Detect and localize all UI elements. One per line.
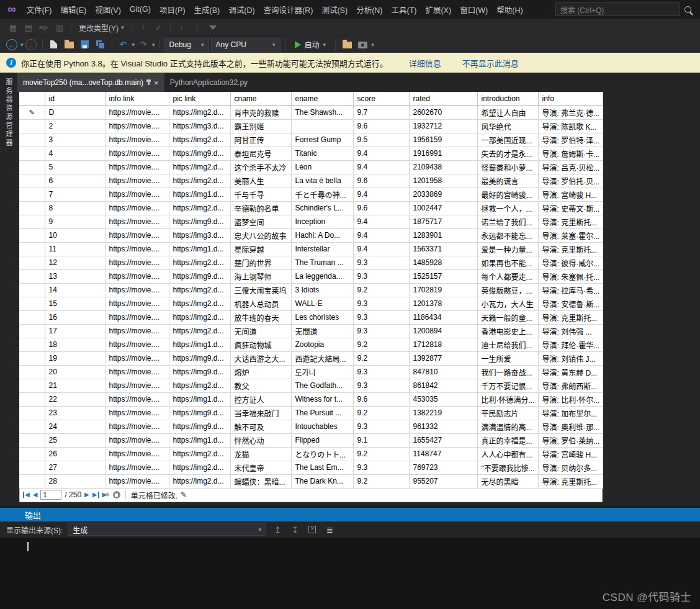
grid-cell[interactable]: 2033869 [409, 187, 477, 201]
menu-item[interactable]: 窗口(W) [455, 0, 492, 19]
current-record-input[interactable] [40, 490, 61, 500]
grid-cell[interactable]: 1392877 [409, 351, 477, 365]
grid-cell[interactable]: 9 [45, 215, 105, 228]
grid-cell[interactable]: 8 [45, 201, 105, 215]
grid-cell[interactable]: 6 [45, 174, 105, 187]
grid-cell[interactable]: 导演: 克里斯托... [538, 215, 603, 228]
grid-cell[interactable]: 导演: 拉库马·希... [538, 283, 603, 297]
grid-cell[interactable]: 导演: 克里斯托... [538, 474, 603, 488]
menu-item[interactable]: 文件(F) [22, 0, 56, 19]
grid-cell[interactable]: 1525157 [409, 269, 477, 283]
grid-cell[interactable]: 9.4 [353, 187, 409, 201]
grid-cell[interactable]: 比利·怀德满分... [477, 392, 538, 406]
grid-cell[interactable]: https://img9.d... [169, 365, 230, 379]
grid-cell[interactable]: https://movie.... [105, 461, 169, 474]
menu-item[interactable]: 编辑(E) [56, 0, 91, 19]
row-selector[interactable] [19, 256, 45, 269]
solution-configuration-combo[interactable]: Debug ▾ [164, 38, 209, 52]
grid-cell[interactable]: 西遊記大結局... [291, 351, 353, 365]
column-header-info-link[interactable]: info link [105, 92, 169, 106]
grid-cell[interactable]: https://img2.d... [169, 174, 230, 187]
grid-cell[interactable]: 2602670 [409, 106, 477, 119]
grid-cell[interactable]: https://movie.... [105, 392, 169, 406]
row-selector[interactable] [19, 242, 45, 256]
grid-cell[interactable]: 1563371 [409, 242, 477, 256]
grid-cell[interactable]: 导演: 罗伯·莱纳... [538, 433, 603, 447]
grid-cell[interactable]: 拯救一个人，... [477, 201, 538, 215]
grid-cell[interactable]: 永远都不能忘... [477, 228, 538, 242]
grid-cell[interactable]: https://img3.d... [169, 228, 230, 242]
grid-cell[interactable]: 无间道 [230, 324, 291, 338]
grid-cell[interactable]: 1916991 [409, 147, 477, 160]
row-selector[interactable] [19, 461, 45, 474]
column-header-pic-link[interactable]: pic link [169, 92, 230, 106]
grid-cell[interactable]: 18 [45, 338, 105, 351]
grid-cell[interactable]: 人人心中都有... [477, 447, 538, 461]
menu-item[interactable]: 工具(T) [387, 0, 421, 19]
grid-cell[interactable]: https://img2.d... [169, 283, 230, 297]
grid-cell[interactable]: La vita è bella [291, 174, 353, 187]
row-selector[interactable] [19, 269, 45, 283]
grid-cell[interactable]: https://img2.d... [169, 297, 230, 310]
grid-cell[interactable]: 19 [45, 351, 105, 365]
row-selector-header[interactable] [19, 92, 45, 106]
grid-cell[interactable]: 一生所爱 [477, 351, 538, 365]
grid-cell[interactable]: The Shawsh... [291, 106, 353, 119]
output-source-combo[interactable]: 生成 ▾ [68, 523, 266, 536]
quick-search-input[interactable]: 搜索 (Ctrl+Q) [555, 2, 680, 16]
grid-cell[interactable]: https://movie.... [105, 256, 169, 269]
grid-cell[interactable]: https://img2.d... [169, 310, 230, 324]
row-selector[interactable] [19, 201, 45, 215]
grid-cell[interactable]: 导演: 宫崎骏 H... [538, 447, 603, 461]
grid-cell[interactable]: 霸王别姬 [230, 119, 291, 133]
row-selector[interactable] [19, 133, 45, 147]
grid-cell[interactable]: 861842 [409, 379, 477, 392]
next-message-icon[interactable]: ↧ [289, 524, 301, 535]
grid-cell[interactable]: Witness for t... [291, 392, 353, 406]
grid-cell[interactable]: 一部美国近现... [477, 133, 538, 147]
grid-cell[interactable]: 9.5 [353, 133, 409, 147]
grid-cell[interactable]: 千与千寻 [230, 187, 291, 201]
grid-cell[interactable]: 5 [45, 160, 105, 174]
column-header-id[interactable]: id [45, 92, 105, 106]
grid-cell[interactable]: 1932712 [409, 119, 477, 133]
grid-cell[interactable]: 9.7 [353, 106, 409, 119]
grid-cell[interactable]: 9.3 [353, 324, 409, 338]
grid-cell[interactable]: La leggenda... [291, 269, 353, 283]
grid-cell[interactable]: 熔炉 [230, 365, 291, 379]
find-in-files-icon[interactable] [340, 38, 354, 51]
grid-cell[interactable]: 导演: 奥利维·那... [538, 420, 603, 433]
grid-cell[interactable]: 导演: 陈凯歌 K... [538, 119, 603, 133]
column-header-info[interactable]: info [538, 92, 603, 106]
move-next-button[interactable]: ▶ [84, 492, 89, 498]
grid-cell[interactable]: https://movie.... [105, 406, 169, 420]
grid-cell[interactable]: https://img2.d... [169, 379, 230, 392]
grid-cell[interactable]: 9.2 [353, 447, 409, 461]
grid-cell[interactable]: 千と千尋の神... [291, 187, 353, 201]
grid-cell[interactable]: 26 [45, 447, 105, 461]
grid-cell[interactable]: 9.2 [353, 351, 409, 365]
grid-cell[interactable]: https://img2.d... [169, 201, 230, 215]
grid-cell[interactable]: 12 [45, 256, 105, 269]
grid-cell[interactable]: 导演: 克里斯托... [538, 242, 603, 256]
grid-cell[interactable]: 这个杀手不太冷 [230, 160, 291, 174]
grid-cell[interactable]: https://img1.d... [169, 392, 230, 406]
grid-cell[interactable]: 24 [45, 420, 105, 433]
grid-cell[interactable]: 23 [45, 406, 105, 420]
move-last-button[interactable]: ▶ [92, 492, 99, 498]
grid-cell[interactable]: https://img1.d... [169, 242, 230, 256]
grid-cell[interactable]: 3 [45, 133, 105, 147]
previous-message-icon[interactable]: ↥ [271, 524, 284, 535]
grid-cell[interactable]: 9.3 [353, 297, 409, 310]
row-selector[interactable] [19, 433, 45, 447]
grid-cell[interactable]: 769723 [409, 461, 477, 474]
move-first-button[interactable]: ◀ [23, 492, 30, 498]
grid-cell[interactable]: https://img9.d... [169, 406, 230, 420]
grid-cell[interactable]: 导演: 克里斯托... [538, 310, 603, 324]
grid-cell[interactable]: 导演: 莱塞·霍尔... [538, 228, 603, 242]
row-selector[interactable] [19, 147, 45, 160]
grid-cell[interactable]: 9.4 [353, 215, 409, 228]
menu-item[interactable]: 生成(B) [190, 0, 225, 19]
grid-cell[interactable]: 9.6 [353, 201, 409, 215]
change-type-button[interactable]: 更改类型(Y) ▾ [76, 22, 127, 33]
